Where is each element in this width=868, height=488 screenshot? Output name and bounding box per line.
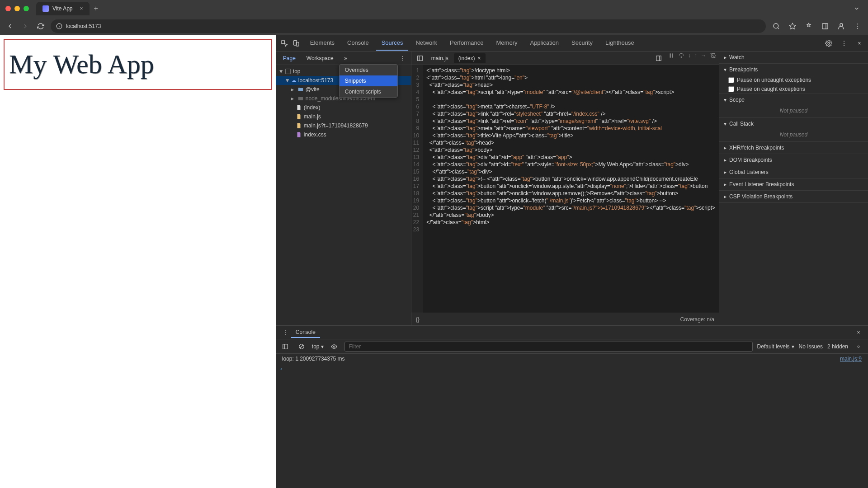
profile-icon[interactable] <box>835 20 847 32</box>
tab-performance[interactable]: Performance <box>444 36 489 51</box>
format-braces-icon[interactable]: {} <box>416 316 420 323</box>
close-tab-icon[interactable]: × <box>478 55 481 61</box>
section-event[interactable]: ▸Event Listener Breakpoints <box>719 178 868 190</box>
maximize-window-icon[interactable] <box>24 6 29 11</box>
section-global[interactable]: ▸Global Listeners <box>719 166 868 178</box>
svg-point-17 <box>844 43 844 44</box>
inspected-element-highlight: My Web App <box>4 39 272 90</box>
zoom-icon[interactable] <box>770 20 782 32</box>
deactivate-breakpoints-icon[interactable] <box>710 52 716 64</box>
section-call-stack[interactable]: ▾Call Stack <box>719 118 868 130</box>
browser-tab[interactable]: Vite App × <box>36 2 90 15</box>
reload-button[interactable] <box>35 21 46 32</box>
debugger-controls: ↓ ↑ → <box>668 52 716 64</box>
svg-line-4 <box>778 28 779 29</box>
tab-security[interactable]: Security <box>566 36 598 51</box>
log-levels-selector[interactable]: Default levels▾ <box>757 343 794 350</box>
close-drawer-icon[interactable]: × <box>853 327 864 338</box>
subtab-page[interactable]: Page <box>278 53 300 63</box>
titlebar: Vite App × + <box>0 0 868 17</box>
folder-icon <box>297 95 304 102</box>
section-watch[interactable]: ▸Watch <box>719 52 868 63</box>
console-settings-icon[interactable] <box>853 341 864 352</box>
svg-point-18 <box>844 45 844 46</box>
console-context-selector[interactable]: top▾ <box>312 343 324 350</box>
tab-network[interactable]: Network <box>410 36 443 51</box>
new-tab-button[interactable]: + <box>94 5 98 13</box>
tab-elements[interactable]: Elements <box>305 36 340 51</box>
tree-file-mainjs-ts[interactable]: main.js?t=1710941828679 <box>276 121 411 130</box>
section-breakpoints[interactable]: ▾Breakpoints <box>719 64 868 75</box>
chevron-down-icon[interactable] <box>851 3 863 14</box>
extensions-icon[interactable] <box>803 20 815 32</box>
more-icon[interactable] <box>838 38 850 49</box>
section-csp[interactable]: ▸CSP Violation Breakpoints <box>719 191 868 202</box>
toggle-navigator-icon[interactable] <box>414 52 426 64</box>
console-filter-input[interactable]: Filter <box>344 342 752 352</box>
url-bar[interactable]: localhost:5173 <box>51 19 766 33</box>
svg-rect-23 <box>418 56 423 61</box>
tree-file-index[interactable]: (index) <box>276 103 411 112</box>
navigator-more-icon[interactable] <box>396 52 408 64</box>
subtab-overflow-icon[interactable]: » <box>340 52 352 64</box>
drawer-tab-console[interactable]: Console <box>291 327 320 338</box>
device-toggle-icon[interactable] <box>290 38 302 49</box>
svg-point-30 <box>285 330 286 331</box>
step-icon[interactable]: → <box>701 52 706 64</box>
tab-console[interactable]: Console <box>342 36 374 51</box>
svg-point-37 <box>334 346 335 347</box>
section-scope[interactable]: ▾Scope <box>719 94 868 106</box>
tree-file-mainjs[interactable]: main.js <box>276 112 411 121</box>
tab-lighthouse[interactable]: Lighthouse <box>600 36 640 51</box>
close-tab-icon[interactable]: × <box>80 5 83 12</box>
checkbox-pause-uncaught[interactable]: Pause on uncaught exceptions <box>719 75 868 84</box>
live-expression-icon[interactable] <box>328 341 340 352</box>
tab-sources[interactable]: Sources <box>376 36 409 51</box>
console-sidebar-icon[interactable] <box>279 341 291 352</box>
bookmark-icon[interactable] <box>787 20 798 32</box>
svg-point-15 <box>828 42 830 44</box>
step-out-icon[interactable]: ↑ <box>694 52 697 64</box>
rendered-page: My Web App <box>0 35 276 488</box>
svg-point-3 <box>774 23 778 28</box>
section-dom[interactable]: ▸DOM Breakpoints <box>719 154 868 166</box>
settings-icon[interactable] <box>823 38 835 49</box>
site-info-icon <box>56 23 62 29</box>
back-button[interactable] <box>5 21 15 32</box>
drawer-more-icon[interactable] <box>279 327 291 338</box>
checkbox-pause-caught[interactable]: Pause on caught exceptions <box>719 84 868 94</box>
file-icon <box>296 131 302 138</box>
clear-console-icon[interactable] <box>296 341 307 352</box>
side-panel-icon[interactable] <box>819 20 831 32</box>
issues-badge[interactable]: No Issues <box>799 343 823 350</box>
menu-icon[interactable] <box>852 20 863 32</box>
code-editor[interactable]: 1234567891011121314151617181920212223 <"… <box>411 65 719 313</box>
editor-tab-index[interactable]: (index)× <box>454 53 486 63</box>
forward-button[interactable] <box>20 21 31 32</box>
log-source-link[interactable]: main.js:9 <box>840 356 862 362</box>
subtab-workspace[interactable]: Workspace <box>302 53 338 63</box>
console-drawer: Console × top▾ Filter Default levels▾ No… <box>276 325 868 488</box>
step-over-icon[interactable] <box>678 52 684 64</box>
console-prompt[interactable]: › <box>276 364 868 374</box>
step-into-icon[interactable]: ↓ <box>688 52 691 64</box>
tab-memory[interactable]: Memory <box>491 36 523 51</box>
pause-icon[interactable] <box>668 52 675 64</box>
close-devtools-icon[interactable]: × <box>854 38 865 49</box>
svg-rect-27 <box>670 53 671 57</box>
menu-item-overrides[interactable]: Overrides <box>340 65 397 75</box>
section-xhr[interactable]: ▸XHR/fetch Breakpoints <box>719 142 868 154</box>
menu-item-snippets[interactable]: Snippets <box>340 75 397 86</box>
tab-application[interactable]: Application <box>524 36 564 51</box>
editor-tab-mainjs[interactable]: main.js <box>427 53 453 63</box>
toggle-debugger-pane-icon[interactable] <box>653 52 665 64</box>
tree-file-indexcss[interactable]: index.css <box>276 130 411 139</box>
inspect-element-icon[interactable] <box>278 38 290 49</box>
hidden-count: 2 hidden <box>827 343 848 350</box>
coverage-label: Coverage: n/a <box>680 316 714 323</box>
close-window-icon[interactable] <box>5 6 11 11</box>
minimize-window-icon[interactable] <box>14 6 20 11</box>
svg-point-10 <box>857 26 858 27</box>
svg-point-31 <box>285 332 286 333</box>
menu-item-content-scripts[interactable]: Content scripts <box>340 86 397 97</box>
